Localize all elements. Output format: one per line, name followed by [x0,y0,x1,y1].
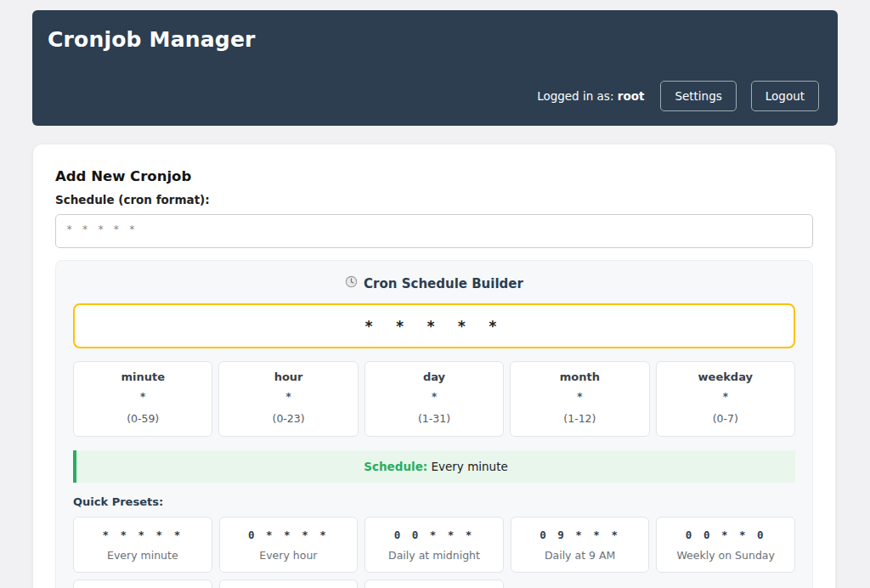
schedule-format-label: Schedule (cron format): [55,193,813,206]
preset-expr: 0 0 * * * [370,529,498,541]
field-value: * [224,391,352,403]
preset-label: Daily at midnight [370,549,498,562]
preset-expr: * * * * * [79,529,206,541]
app-title: Cronjob Manager [48,27,819,52]
field-value: * [79,391,206,403]
cron-fields-grid: minute * (0-59) hour * (0-23) day * (1-3… [73,361,795,437]
schedule-summary-text: Every minute [427,460,508,473]
preset-label: Daily at 9 AM [517,549,644,562]
builder-title-text: Cron Schedule Builder [364,276,523,291]
field-label: minute [79,370,206,383]
preset-monthly-1st[interactable]: 0 0 1 * * [73,580,212,588]
header-actions: Logged in as: root Settings Logout [48,81,819,111]
cron-schedule-builder: Cron Schedule Builder * * * * * minute *… [55,260,813,588]
preset-label: Weekly on Sunday [662,549,789,562]
preset-label: Every minute [79,549,206,562]
preset-every-hour[interactable]: 0 * * * * Every hour [219,517,359,573]
clock-icon [345,275,358,291]
logged-in-prefix: Logged in as: [537,89,618,103]
field-value: * [662,391,789,403]
logged-in-status: Logged in as: root [537,89,644,103]
field-label: hour [224,370,352,383]
field-label: day [370,370,498,383]
preset-expr: 0 * * * * [225,529,353,541]
cron-expression-display[interactable]: * * * * * [73,303,795,348]
page-title: Add New Cronjob [55,168,813,184]
preset-every-15-minutes[interactable]: */15 * * * * [364,580,504,588]
add-cronjob-card: Add New Cronjob Schedule (cron format): … [33,144,835,588]
field-range: (0-23) [224,412,352,425]
field-label: month [516,370,643,383]
field-day[interactable]: day * (1-31) [364,361,504,437]
field-minute[interactable]: minute * (0-59) [73,361,212,437]
quick-presets-heading: Quick Presets: [73,495,795,508]
field-range: (0-59) [79,412,206,425]
logged-in-username: root [618,89,645,103]
field-range: (1-31) [370,412,498,425]
preset-label: Every hour [225,549,353,562]
app-header: Cronjob Manager Logged in as: root Setti… [32,10,838,126]
schedule-summary-banner: Schedule: Every minute [73,450,795,483]
preset-weekly-sunday[interactable]: 0 0 * * 0 Weekly on Sunday [656,517,795,573]
field-value: * [516,391,643,403]
builder-title: Cron Schedule Builder [73,275,795,291]
schedule-input[interactable] [55,214,813,248]
settings-button[interactable]: Settings [660,81,736,111]
preset-every-5-minutes[interactable]: */5 * * * * [219,580,359,588]
field-month[interactable]: month * (1-12) [510,361,649,437]
preset-daily-9am[interactable]: 0 9 * * * Daily at 9 AM [511,517,650,573]
field-label: weekday [662,370,789,383]
preset-expr: 0 0 * * 0 [662,529,789,541]
presets-grid: * * * * * Every minute 0 * * * * Every h… [73,517,795,588]
preset-every-minute[interactable]: * * * * * Every minute [73,517,212,573]
field-weekday[interactable]: weekday * (0-7) [656,361,795,437]
field-range: (0-7) [662,412,789,425]
logout-button[interactable]: Logout [751,81,819,111]
field-hour[interactable]: hour * (0-23) [218,361,358,437]
field-range: (1-12) [516,412,643,425]
field-value: * [370,391,498,403]
preset-expr: 0 9 * * * [517,529,644,541]
schedule-summary-prefix: Schedule: [364,460,427,473]
preset-daily-midnight[interactable]: 0 0 * * * Daily at midnight [364,517,504,573]
